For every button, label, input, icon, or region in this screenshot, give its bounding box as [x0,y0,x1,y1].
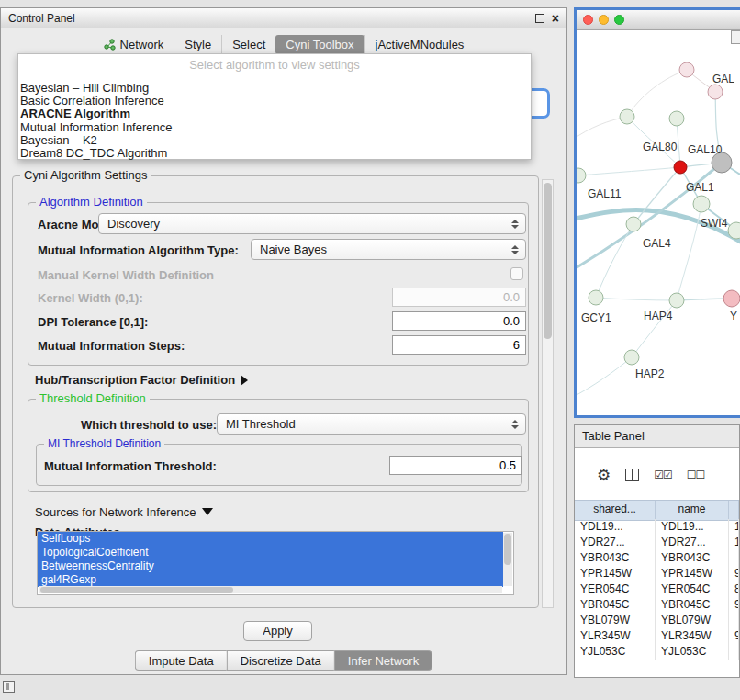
table-row[interactable]: YBR043CYBR043C [575,550,739,566]
attribute-item-selected[interactable]: gal4RGexp [38,573,503,587]
hub-section[interactable]: Hub/Transcription Factor Definition [35,373,248,387]
network-node[interactable] [723,290,740,307]
list-vertical-scrollbar[interactable] [503,533,512,586]
cell: YLR345W [575,628,656,644]
desktop: Control Panel × Network Style Select Cyn… [0,0,740,700]
tab-style[interactable]: Style [174,35,221,54]
network-node[interactable] [669,293,684,308]
table-panel-title: Table Panel [582,429,645,443]
hub-section-label: Hub/Transcription Factor Definition [35,373,235,387]
sources-section-label: Sources for Network Inference [35,505,196,519]
float-window-icon[interactable] [535,14,544,23]
table-row[interactable]: YBL079WYBL079W [575,613,739,628]
collapsed-panel-icon[interactable] [3,681,15,693]
cyni-algorithm-settings-group: Cyni Algorithm Settings Algorithm Defini… [12,175,539,608]
attribute-item-selected[interactable]: TopologicalCoefficient [38,546,503,559]
tab-discretize-data[interactable]: Discretize Data [227,650,334,671]
manual-kernel-width-checkbox[interactable] [510,267,523,280]
algorithm-option[interactable]: Bayesian – Hill Climbing [18,82,531,95]
cell: YBL079W [575,613,656,628]
table-row[interactable]: YER054CYER054C8. [575,581,739,597]
network-node[interactable] [708,85,723,99]
data-attributes-list: SelfLoops TopologicalCoefficient Between… [37,531,514,595]
network-edge [627,70,687,117]
node-label: GAL10 [688,143,723,156]
tab-network[interactable]: Network [94,35,174,54]
threshold-definition-group: Threshold Definition Which threshold to … [28,399,529,492]
network-edge [596,298,677,300]
table-row[interactable]: YLR345WYLR345W9. [575,628,739,644]
which-threshold-label: Which threshold to use: [81,418,217,432]
column-header-cut[interactable] [729,501,739,520]
gear-icon[interactable]: ⚙ [597,468,611,483]
network-node[interactable] [693,196,710,212]
settings-scrollbar-thumb[interactable] [544,183,552,339]
network-node[interactable] [624,350,639,365]
minimize-traffic-light[interactable] [599,15,609,25]
network-node[interactable] [620,109,634,124]
network-node[interactable] [679,62,694,77]
algorithm-option[interactable]: Mutual Information Inference [18,121,531,134]
zoom-traffic-light[interactable] [614,15,624,25]
tab-impute-data[interactable]: Impute Data [135,650,227,671]
list-horizontal-scrollbar[interactable] [39,586,502,593]
tab-select[interactable]: Select [221,35,275,54]
sources-section[interactable]: Sources for Network Inference [35,505,213,519]
cell: YPR145W [656,566,729,581]
cell [729,644,739,660]
column-header-name[interactable]: name [656,501,729,520]
network-view-window[interactable]: GAL GAL80 GAL10 GAL11 GAL1 SWI4 GAL4 GCY… [574,7,740,418]
mi-algorithm-type-select[interactable]: Naive Bayes [251,239,526,260]
deselect-all-icon[interactable]: ☐☐ [687,469,705,480]
settings-scrollbar[interactable] [542,179,554,608]
table-row[interactable]: YDR27...YDR27...12 [575,535,739,550]
table-row[interactable]: YJL053CYJL053C [575,644,739,660]
mi-threshold-field[interactable] [389,456,522,475]
attribute-item-selected[interactable]: BetweennessCentrality [38,559,503,573]
network-node[interactable] [626,217,641,231]
close-traffic-light[interactable] [583,15,593,25]
network-node-selected[interactable] [674,161,687,174]
node-label: GCY1 [581,311,611,324]
network-node[interactable] [728,222,740,239]
kernel-width-field[interactable] [392,288,526,307]
collapse-down-icon[interactable] [202,508,213,515]
attribute-item-selected[interactable]: SelfLoops [38,532,503,546]
node-label: Y [730,310,737,322]
which-threshold-select[interactable]: MI Threshold [217,413,526,435]
column-header-shared[interactable]: shared... [575,501,656,520]
cell: 9. [729,597,739,613]
cell: YLR345W [656,628,729,644]
apply-button[interactable]: Apply [243,621,312,641]
aracne-mode-value: Discovery [99,217,508,231]
network-window-titlebar[interactable] [577,10,740,30]
table-row[interactable]: YBR045CYBR045C9. [575,597,739,613]
manual-kernel-width-label: Manual Kernel Width Definition [38,268,214,282]
network-canvas[interactable]: GAL GAL80 GAL10 GAL11 GAL1 SWI4 GAL4 GCY… [577,30,740,416]
network-node[interactable] [589,290,603,305]
network-node[interactable] [669,111,684,126]
select-all-icon[interactable]: ☑☑ [654,469,672,480]
mi-steps-field[interactable] [392,335,526,355]
columns-icon[interactable] [625,469,639,481]
aracne-mode-select[interactable]: Discovery [98,213,526,234]
network-node[interactable] [577,168,586,183]
mi-threshold-group-title: MI Threshold Definition [44,436,164,451]
table-row[interactable]: YDL19...YDL19...13 [575,519,739,535]
algorithm-option[interactable]: Basic Correlation Inference [18,95,531,107]
close-icon[interactable]: × [552,12,559,25]
canvas-scrollbar-corner[interactable] [731,30,740,44]
mi-threshold-group: MI Threshold Definition Mutual Informati… [36,444,522,486]
algorithm-option[interactable]: Bayesian – K2 [18,134,531,147]
algorithm-option-selected[interactable]: ARACNE Algorithm [18,107,531,120]
window-buttons: × [535,12,559,25]
tab-infer-network[interactable]: Infer Network [334,650,432,671]
cell: YDR27... [656,535,729,550]
algorithm-option[interactable]: Dream8 DC_TDC Algorithm [18,147,531,160]
tab-jactivemnodules[interactable]: jActiveMNodules [364,35,475,54]
dpi-tolerance-field[interactable] [392,311,526,331]
cell: YBR045C [575,597,656,613]
expand-right-icon[interactable] [241,375,248,386]
table-row[interactable]: YPR145WYPR145W9. [575,566,739,581]
tab-cyni-toolbox[interactable]: Cyni Toolbox [275,35,364,54]
